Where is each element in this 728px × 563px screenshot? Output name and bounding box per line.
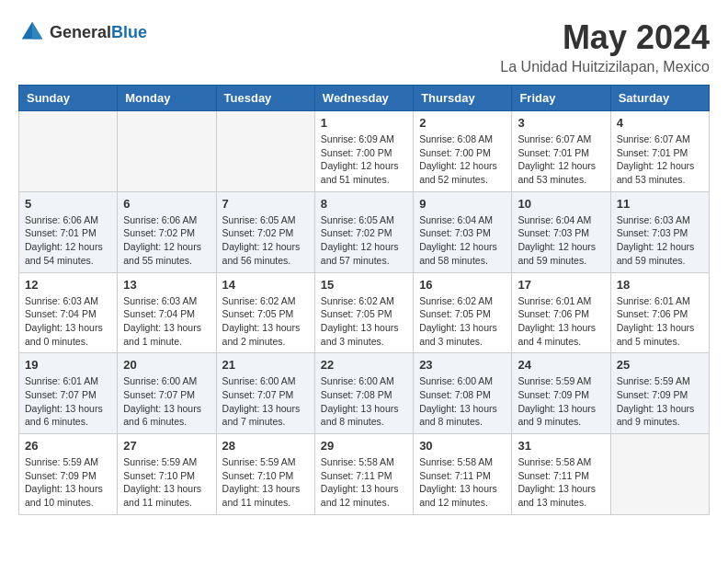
day-info: Sunrise: 6:01 AM Sunset: 7:06 PM Dayligh… — [617, 294, 703, 349]
day-info: Sunrise: 6:01 AM Sunset: 7:06 PM Dayligh… — [518, 294, 604, 349]
day-number: 21 — [222, 358, 309, 372]
day-cell: 10Sunrise: 6:04 AM Sunset: 7:03 PM Dayli… — [512, 191, 610, 272]
day-number: 27 — [123, 439, 210, 453]
day-number: 15 — [321, 278, 407, 292]
day-number: 28 — [222, 439, 309, 453]
day-info: Sunrise: 6:03 AM Sunset: 7:04 PM Dayligh… — [25, 294, 111, 349]
day-cell: 28Sunrise: 5:59 AM Sunset: 7:10 PM Dayli… — [216, 434, 314, 515]
day-cell: 26Sunrise: 5:59 AM Sunset: 7:09 PM Dayli… — [19, 434, 118, 515]
day-number: 4 — [617, 116, 703, 130]
day-info: Sunrise: 6:05 AM Sunset: 7:02 PM Dayligh… — [321, 213, 407, 268]
day-number: 16 — [419, 278, 506, 292]
weekday-header-wednesday: Wednesday — [314, 86, 413, 111]
calendar-header-row: SundayMondayTuesdayWednesdayThursdayFrid… — [19, 86, 710, 111]
day-info: Sunrise: 6:06 AM Sunset: 7:02 PM Dayligh… — [123, 213, 210, 268]
day-number: 26 — [25, 439, 111, 453]
day-cell: 22Sunrise: 6:00 AM Sunset: 7:08 PM Dayli… — [314, 353, 413, 434]
weekday-header-thursday: Thursday — [414, 86, 512, 111]
day-info: Sunrise: 6:02 AM Sunset: 7:05 PM Dayligh… — [419, 294, 506, 349]
weekday-header-monday: Monday — [118, 86, 216, 111]
day-cell: 7Sunrise: 6:05 AM Sunset: 7:02 PM Daylig… — [216, 191, 314, 272]
location-title: La Unidad Huitzizilapan, Mexico — [500, 59, 710, 75]
day-number: 1 — [321, 116, 407, 130]
day-cell: 13Sunrise: 6:03 AM Sunset: 7:04 PM Dayli… — [118, 272, 216, 353]
day-info: Sunrise: 6:04 AM Sunset: 7:03 PM Dayligh… — [419, 213, 506, 268]
day-info: Sunrise: 6:07 AM Sunset: 7:01 PM Dayligh… — [518, 132, 604, 187]
day-cell: 6Sunrise: 6:06 AM Sunset: 7:02 PM Daylig… — [118, 191, 216, 272]
day-cell: 9Sunrise: 6:04 AM Sunset: 7:03 PM Daylig… — [414, 191, 512, 272]
day-number: 11 — [617, 197, 703, 211]
day-info: Sunrise: 6:02 AM Sunset: 7:05 PM Dayligh… — [222, 294, 309, 349]
day-info: Sunrise: 5:59 AM Sunset: 7:09 PM Dayligh… — [25, 455, 111, 510]
day-cell: 5Sunrise: 6:06 AM Sunset: 7:01 PM Daylig… — [19, 191, 118, 272]
weekday-header-friday: Friday — [512, 86, 610, 111]
day-info: Sunrise: 6:00 AM Sunset: 7:08 PM Dayligh… — [419, 374, 506, 429]
calendar-table: SundayMondayTuesdayWednesdayThursdayFrid… — [18, 85, 710, 515]
day-info: Sunrise: 6:01 AM Sunset: 7:07 PM Dayligh… — [25, 374, 111, 429]
month-title: May 2024 — [500, 18, 710, 57]
calendar-week-row: 19Sunrise: 6:01 AM Sunset: 7:07 PM Dayli… — [19, 353, 710, 434]
day-number: 9 — [419, 197, 506, 211]
day-info: Sunrise: 6:09 AM Sunset: 7:00 PM Dayligh… — [321, 132, 407, 187]
day-cell: 29Sunrise: 5:58 AM Sunset: 7:11 PM Dayli… — [314, 434, 413, 515]
day-number: 12 — [25, 278, 111, 292]
day-cell: 30Sunrise: 5:58 AM Sunset: 7:11 PM Dayli… — [414, 434, 512, 515]
day-number: 23 — [419, 358, 506, 372]
day-info: Sunrise: 5:58 AM Sunset: 7:11 PM Dayligh… — [419, 455, 506, 510]
day-info: Sunrise: 5:59 AM Sunset: 7:10 PM Dayligh… — [123, 455, 210, 510]
day-number: 22 — [321, 358, 407, 372]
day-number: 24 — [518, 358, 604, 372]
day-info: Sunrise: 6:06 AM Sunset: 7:01 PM Dayligh… — [25, 213, 111, 268]
day-number: 13 — [123, 278, 210, 292]
calendar-week-row: 26Sunrise: 5:59 AM Sunset: 7:09 PM Dayli… — [19, 434, 710, 515]
day-info: Sunrise: 5:59 AM Sunset: 7:09 PM Dayligh… — [617, 374, 703, 429]
day-info: Sunrise: 5:59 AM Sunset: 7:10 PM Dayligh… — [222, 455, 309, 510]
day-cell: 20Sunrise: 6:00 AM Sunset: 7:07 PM Dayli… — [118, 353, 216, 434]
calendar-week-row: 1Sunrise: 6:09 AM Sunset: 7:00 PM Daylig… — [19, 111, 710, 192]
weekday-header-tuesday: Tuesday — [216, 86, 314, 111]
calendar-week-row: 12Sunrise: 6:03 AM Sunset: 7:04 PM Dayli… — [19, 272, 710, 353]
day-number: 17 — [518, 278, 604, 292]
day-info: Sunrise: 6:08 AM Sunset: 7:00 PM Dayligh… — [419, 132, 506, 187]
day-info: Sunrise: 6:02 AM Sunset: 7:05 PM Dayligh… — [321, 294, 407, 349]
empty-day-cell — [118, 111, 216, 192]
day-cell: 11Sunrise: 6:03 AM Sunset: 7:03 PM Dayli… — [610, 191, 709, 272]
day-number: 29 — [321, 439, 407, 453]
day-number: 18 — [617, 278, 703, 292]
day-number: 31 — [518, 439, 604, 453]
day-info: Sunrise: 6:07 AM Sunset: 7:01 PM Dayligh… — [617, 132, 703, 187]
day-info: Sunrise: 6:05 AM Sunset: 7:02 PM Dayligh… — [222, 213, 309, 268]
day-info: Sunrise: 6:00 AM Sunset: 7:08 PM Dayligh… — [321, 374, 407, 429]
day-number: 5 — [25, 197, 111, 211]
day-cell: 27Sunrise: 5:59 AM Sunset: 7:10 PM Dayli… — [118, 434, 216, 515]
calendar-week-row: 5Sunrise: 6:06 AM Sunset: 7:01 PM Daylig… — [19, 191, 710, 272]
day-cell: 3Sunrise: 6:07 AM Sunset: 7:01 PM Daylig… — [512, 111, 610, 192]
day-info: Sunrise: 5:59 AM Sunset: 7:09 PM Dayligh… — [518, 374, 604, 429]
day-cell: 17Sunrise: 6:01 AM Sunset: 7:06 PM Dayli… — [512, 272, 610, 353]
day-number: 7 — [222, 197, 309, 211]
day-info: Sunrise: 5:58 AM Sunset: 7:11 PM Dayligh… — [321, 455, 407, 510]
day-number: 19 — [25, 358, 111, 372]
day-cell: 15Sunrise: 6:02 AM Sunset: 7:05 PM Dayli… — [314, 272, 413, 353]
day-cell: 24Sunrise: 5:59 AM Sunset: 7:09 PM Dayli… — [512, 353, 610, 434]
day-cell: 19Sunrise: 6:01 AM Sunset: 7:07 PM Dayli… — [19, 353, 118, 434]
day-cell: 16Sunrise: 6:02 AM Sunset: 7:05 PM Dayli… — [414, 272, 512, 353]
empty-day-cell — [216, 111, 314, 192]
day-number: 6 — [123, 197, 210, 211]
day-number: 30 — [419, 439, 506, 453]
weekday-header-sunday: Sunday — [19, 86, 118, 111]
day-number: 8 — [321, 197, 407, 211]
day-cell: 18Sunrise: 6:01 AM Sunset: 7:06 PM Dayli… — [610, 272, 709, 353]
day-cell: 8Sunrise: 6:05 AM Sunset: 7:02 PM Daylig… — [314, 191, 413, 272]
day-info: Sunrise: 6:03 AM Sunset: 7:04 PM Dayligh… — [123, 294, 210, 349]
empty-day-cell — [19, 111, 118, 192]
svg-marker-1 — [32, 22, 42, 40]
day-info: Sunrise: 6:03 AM Sunset: 7:03 PM Dayligh… — [617, 213, 703, 268]
day-info: Sunrise: 6:00 AM Sunset: 7:07 PM Dayligh… — [222, 374, 309, 429]
empty-day-cell — [610, 434, 709, 515]
day-cell: 31Sunrise: 5:58 AM Sunset: 7:11 PM Dayli… — [512, 434, 610, 515]
day-info: Sunrise: 5:58 AM Sunset: 7:11 PM Dayligh… — [518, 455, 604, 510]
day-cell: 25Sunrise: 5:59 AM Sunset: 7:09 PM Dayli… — [610, 353, 709, 434]
day-cell: 1Sunrise: 6:09 AM Sunset: 7:00 PM Daylig… — [314, 111, 413, 192]
day-cell: 23Sunrise: 6:00 AM Sunset: 7:08 PM Dayli… — [414, 353, 512, 434]
